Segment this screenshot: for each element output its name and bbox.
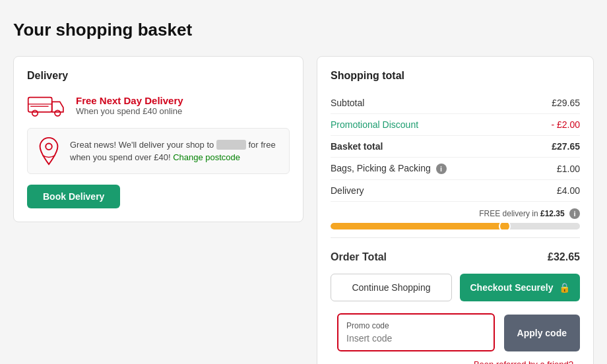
action-button-row: Continue Shopping Checkout Securely 🔒 <box>331 274 580 301</box>
promo-label: Promo code <box>346 321 486 330</box>
bags-label: Bags, Picking & Packing i <box>331 163 447 174</box>
subtotal-value: £29.65 <box>552 98 580 108</box>
svg-point-2 <box>55 110 61 116</box>
bags-value: £1.00 <box>557 164 580 174</box>
progress-label: FREE delivery in £12.35 i <box>331 208 580 219</box>
bottom-area: Promo code Apply code Been referred by a… <box>331 313 580 364</box>
change-postcode-link[interactable]: Change postcode <box>173 152 240 162</box>
svg-point-5 <box>46 144 52 150</box>
location-icon <box>37 136 61 166</box>
continue-shopping-button[interactable]: Continue Shopping <box>331 274 452 301</box>
progress-bar-fill <box>331 223 510 229</box>
delivery-section-title: Delivery <box>27 70 290 82</box>
delivery-progress-section: FREE delivery in £12.35 i <box>331 208 580 229</box>
bags-info-icon[interactable]: i <box>436 164 447 174</box>
subtotal-row: Subtotal £29.65 <box>331 92 580 114</box>
lock-icon: 🔒 <box>559 282 570 293</box>
progress-amount: £12.35 <box>540 209 565 218</box>
discount-value: - £2.00 <box>551 119 580 130</box>
shopping-total-panel: Shopping total Subtotal £29.65 Promotion… <box>317 56 594 364</box>
delivery-banner-text: Free Next Day Delivery When you spend £4… <box>76 95 183 116</box>
delivery-row-value: £4.00 <box>557 185 580 196</box>
info-box-text: Great news! We'll deliver your shop to f… <box>70 138 276 164</box>
delivery-panel: Delivery Free Next Day Delivery When you… <box>13 56 304 222</box>
subtotal-label: Subtotal <box>331 98 364 108</box>
order-total-label: Order Total <box>331 251 387 263</box>
progress-bar <box>331 223 580 229</box>
book-delivery-button[interactable]: Book Delivery <box>27 185 120 208</box>
truck-icon <box>27 92 67 119</box>
promo-code-input[interactable] <box>346 333 486 344</box>
page-title: Your shopping basket <box>13 20 594 40</box>
order-total-row: Order Total £32.65 <box>331 246 580 274</box>
delivery-info-box: Great news! We'll deliver your shop to f… <box>27 128 290 174</box>
spend-text: When you spend £40 online <box>76 106 183 116</box>
delivery-row: Delivery £4.00 <box>331 180 580 202</box>
delivery-row-label: Delivery <box>331 185 364 196</box>
info-text-1: Great news! We'll deliver your shop to <box>70 140 214 150</box>
basket-total-row: Basket total £27.65 <box>331 136 580 158</box>
order-total-value: £32.65 <box>548 251 580 263</box>
svg-point-1 <box>32 110 38 116</box>
promo-input-wrap: Promo code <box>337 313 495 351</box>
postcode-highlight <box>216 140 246 150</box>
shopping-total-title: Shopping total <box>331 70 580 82</box>
checkout-button[interactable]: Checkout Securely 🔒 <box>460 274 580 301</box>
bags-row: Bags, Picking & Packing i £1.00 <box>331 158 580 180</box>
info-text-2: for free <box>248 140 275 150</box>
checkout-label: Checkout Securely <box>470 282 553 293</box>
basket-total-label: Basket total <box>331 141 383 152</box>
free-delivery-label: Free Next Day Delivery <box>76 95 183 106</box>
promo-section: Promo code Apply code <box>331 313 580 351</box>
referred-link[interactable]: Been referred by a friend? <box>331 359 580 364</box>
discount-label: Promotional Discount <box>331 119 418 130</box>
main-layout: Delivery Free Next Day Delivery When you… <box>13 56 594 364</box>
progress-info-icon[interactable]: i <box>569 208 580 219</box>
discount-row: Promotional Discount - £2.00 <box>331 114 580 136</box>
basket-total-value: £27.65 <box>552 141 580 152</box>
divider <box>331 237 580 238</box>
svg-rect-0 <box>28 98 52 112</box>
info-text-3: when you spend over £40! <box>70 152 171 162</box>
delivery-banner: Free Next Day Delivery When you spend £4… <box>27 92 290 119</box>
apply-code-button[interactable]: Apply code <box>504 315 580 351</box>
